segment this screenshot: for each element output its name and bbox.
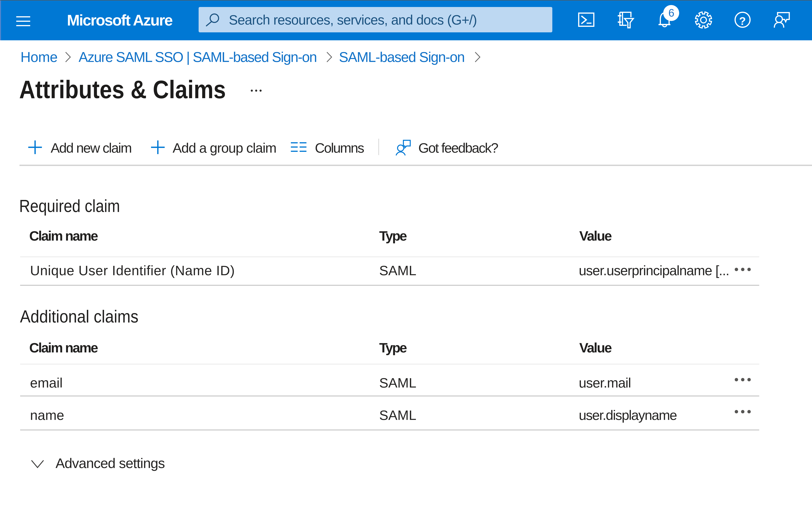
- svg-text:6: 6: [668, 7, 674, 19]
- svg-text:?: ?: [739, 15, 746, 27]
